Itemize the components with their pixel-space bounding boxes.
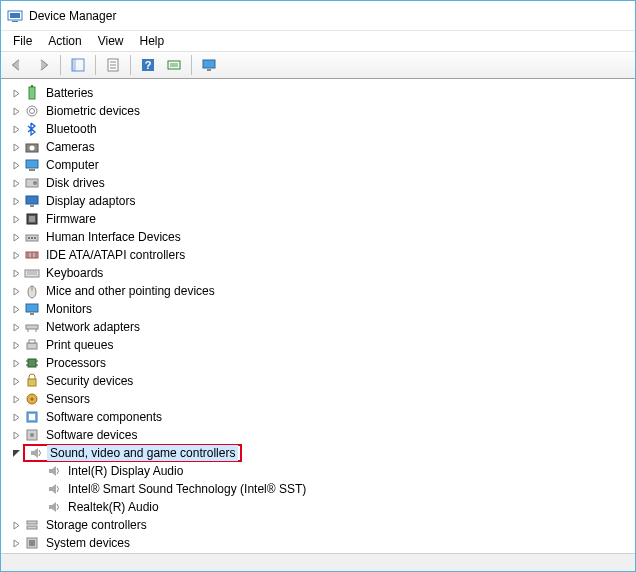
tree-item[interactable]: Bluetooth — [7, 120, 635, 138]
titlebar: Device Manager — [1, 1, 635, 31]
chevron-right-icon[interactable] — [9, 248, 23, 262]
svg-rect-43 — [30, 313, 34, 315]
svg-rect-2 — [12, 21, 18, 22]
disk-icon — [24, 175, 40, 191]
tree-item[interactable]: Human Interface Devices — [7, 228, 635, 246]
monitor-icon — [24, 301, 40, 317]
chevron-right-icon[interactable] — [9, 104, 23, 118]
svg-rect-66 — [27, 526, 37, 529]
chevron-right-icon[interactable] — [31, 500, 45, 514]
svg-point-56 — [31, 398, 34, 401]
svg-rect-15 — [29, 87, 35, 99]
chevron-right-icon[interactable] — [9, 392, 23, 406]
speaker-icon — [28, 445, 44, 461]
chevron-right-icon[interactable] — [9, 374, 23, 388]
chevron-right-icon[interactable] — [9, 266, 23, 280]
tree-item-label: Security devices — [43, 373, 136, 389]
tree-item-label: Network adapters — [43, 319, 143, 335]
tree-item-label: IDE ATA/ATAPI controllers — [43, 247, 188, 263]
chevron-right-icon[interactable] — [9, 140, 23, 154]
chevron-right-icon[interactable] — [9, 176, 23, 190]
ide-icon — [24, 247, 40, 263]
tree-item[interactable]: Keyboards — [7, 264, 635, 282]
toolbar-separator — [130, 55, 131, 75]
menubar: File Action View Help — [1, 31, 635, 51]
menu-action[interactable]: Action — [40, 32, 89, 50]
svg-rect-12 — [170, 63, 178, 67]
chevron-right-icon[interactable] — [9, 536, 23, 550]
chevron-right-icon[interactable] — [9, 122, 23, 136]
svg-rect-54 — [28, 379, 36, 386]
svg-text:?: ? — [145, 59, 152, 71]
chevron-right-icon[interactable] — [9, 338, 23, 352]
chevron-right-icon[interactable] — [9, 518, 23, 532]
tree-item-label: Keyboards — [43, 265, 106, 281]
chevron-right-icon[interactable] — [31, 482, 45, 496]
tree-item-label: Realtek(R) Audio — [65, 499, 162, 515]
svg-rect-58 — [29, 414, 35, 420]
chevron-right-icon[interactable] — [9, 320, 23, 334]
tree-item[interactable]: Monitors — [7, 300, 635, 318]
tree-item[interactable]: Processors — [7, 354, 635, 372]
tree-item[interactable]: Intel® Smart Sound Technology (Intel® SS… — [29, 480, 635, 498]
tree-item-label: Computer — [43, 157, 102, 173]
chevron-right-icon[interactable] — [9, 302, 23, 316]
show-hide-tree-button[interactable] — [66, 54, 90, 76]
tree-item[interactable]: Mice and other pointing devices — [7, 282, 635, 300]
properties-button[interactable] — [101, 54, 125, 76]
menu-file[interactable]: File — [5, 32, 40, 50]
tree-item[interactable]: Computer — [7, 156, 635, 174]
chevron-right-icon[interactable] — [9, 230, 23, 244]
speaker-icon — [46, 463, 62, 479]
menu-view[interactable]: View — [90, 32, 132, 50]
toolbar-separator — [191, 55, 192, 75]
tree-item[interactable]: Display adaptors — [7, 192, 635, 210]
chevron-right-icon[interactable] — [9, 428, 23, 442]
tree-item-label: Display adaptors — [43, 193, 138, 209]
tree-item[interactable]: Software components — [7, 408, 635, 426]
chevron-right-icon[interactable] — [31, 464, 45, 478]
tree-item[interactable]: Print queues — [7, 336, 635, 354]
svg-point-24 — [33, 181, 37, 185]
chevron-right-icon[interactable] — [9, 86, 23, 100]
tree-item[interactable]: Storage controllers — [7, 516, 635, 534]
chevron-right-icon[interactable] — [9, 410, 23, 424]
chevron-down-icon[interactable] — [9, 446, 23, 460]
tree-item[interactable]: Network adapters — [7, 318, 635, 336]
tree-item-label: Human Interface Devices — [43, 229, 184, 245]
tree-item[interactable]: Biometric devices — [7, 102, 635, 120]
print-icon — [24, 337, 40, 353]
svg-rect-61 — [31, 451, 34, 455]
device-tree-panel[interactable]: BatteriesBiometric devicesBluetoothCamer… — [1, 79, 635, 553]
cpu-icon — [24, 355, 40, 371]
tree-item[interactable]: Disk drives — [7, 174, 635, 192]
menu-help[interactable]: Help — [132, 32, 173, 50]
forward-button[interactable] — [31, 54, 55, 76]
tree-item[interactable]: Sensors — [7, 390, 635, 408]
chevron-right-icon[interactable] — [9, 356, 23, 370]
tree-item[interactable]: Security devices — [7, 372, 635, 390]
window-title: Device Manager — [29, 9, 116, 23]
tree-item-label: Bluetooth — [43, 121, 100, 137]
chevron-right-icon[interactable] — [9, 284, 23, 298]
tree-item[interactable]: Intel(R) Display Audio — [29, 462, 635, 480]
keyboard-icon — [24, 265, 40, 281]
svg-point-20 — [30, 146, 35, 151]
tree-item[interactable]: Realtek(R) Audio — [29, 498, 635, 516]
tree-item[interactable]: Cameras — [7, 138, 635, 156]
tree-item[interactable]: Software devices — [7, 426, 635, 444]
svg-rect-49 — [28, 359, 36, 367]
chevron-right-icon[interactable] — [9, 194, 23, 208]
tree-item[interactable]: Sound, video and game controllers — [7, 444, 635, 462]
chevron-right-icon[interactable] — [9, 158, 23, 172]
scan-hardware-button[interactable] — [162, 54, 186, 76]
help-button[interactable]: ? — [136, 54, 160, 76]
tree-item[interactable]: Firmware — [7, 210, 635, 228]
tree-item[interactable]: IDE ATA/ATAPI controllers — [7, 246, 635, 264]
tree-item[interactable]: System devices — [7, 534, 635, 552]
tree-item[interactable]: Batteries — [7, 84, 635, 102]
chevron-right-icon[interactable] — [9, 212, 23, 226]
monitor-button[interactable] — [197, 54, 221, 76]
back-button[interactable] — [5, 54, 29, 76]
speaker-icon — [46, 481, 62, 497]
